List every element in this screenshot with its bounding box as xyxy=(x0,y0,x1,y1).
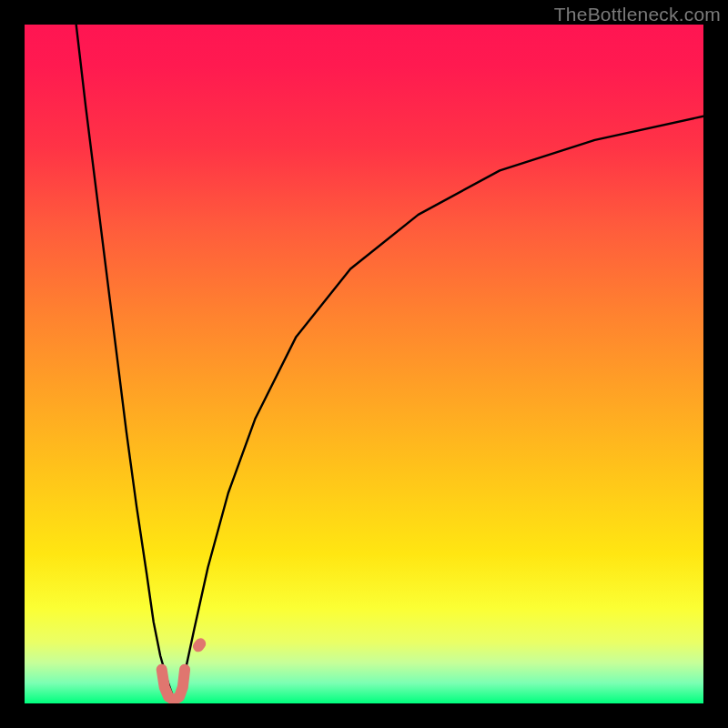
series-valley-marker xyxy=(162,670,185,701)
series-right-branch xyxy=(176,116,703,701)
chart-plot-area xyxy=(25,25,703,703)
curve-group xyxy=(76,25,703,701)
chart-curves xyxy=(25,25,703,703)
chart-frame: TheBottleneck.com xyxy=(0,0,728,728)
watermark-label: TheBottleneck.com xyxy=(554,4,721,25)
series-valley-dot xyxy=(198,643,200,646)
series-left-branch xyxy=(76,25,177,701)
